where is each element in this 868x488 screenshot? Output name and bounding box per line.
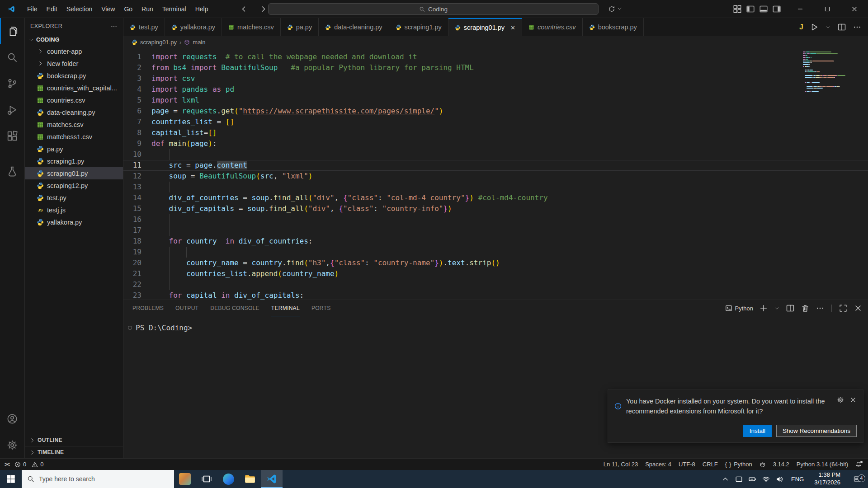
- code-line-10[interactable]: 10: [123, 149, 868, 160]
- close-icon[interactable]: [841, 0, 868, 18]
- status-language-mode[interactable]: { }Python: [725, 461, 752, 468]
- battery-icon[interactable]: [749, 475, 756, 483]
- taskbar-search[interactable]: Type here to search: [22, 470, 174, 488]
- minimap[interactable]: [803, 52, 862, 93]
- menu-terminal[interactable]: Terminal: [158, 3, 191, 15]
- panel-tab-output[interactable]: OUTPUT: [175, 300, 198, 316]
- code-line-20[interactable]: 20 country_name = country.find("h3",{"cl…: [123, 258, 868, 268]
- tree-item-testj-js[interactable]: JStestj.js: [25, 204, 123, 216]
- panel-tab-debug-console[interactable]: DEBUG CONSOLE: [210, 300, 259, 316]
- run-button-icon[interactable]: [810, 23, 819, 32]
- status-remote-indicator[interactable]: ><: [5, 461, 9, 468]
- panel-tab-problems[interactable]: PROBLEMS: [132, 300, 164, 316]
- forward-arrow-icon[interactable]: [259, 5, 269, 13]
- minimize-icon[interactable]: [787, 0, 814, 18]
- chevron-down-icon[interactable]: [774, 305, 780, 311]
- code-line-14[interactable]: 14 div_of_countries = soup.find_all("div…: [123, 192, 868, 203]
- language-indicator[interactable]: ENG: [789, 476, 806, 483]
- tree-item-new-folder[interactable]: New folder: [25, 57, 123, 70]
- explorer-root-folder[interactable]: CODING: [25, 34, 123, 45]
- customize-layout-icon[interactable]: [733, 5, 742, 14]
- clock[interactable]: 1:38 PM 3/17/2026: [811, 471, 843, 487]
- install-button[interactable]: Install: [743, 425, 772, 437]
- maximize-icon[interactable]: [814, 0, 841, 18]
- tray-chevron-up-icon[interactable]: [722, 475, 729, 483]
- code-line-5[interactable]: 5import lxml: [123, 95, 868, 106]
- task-view-button[interactable]: [196, 470, 217, 488]
- back-arrow-icon[interactable]: [239, 5, 249, 13]
- status-python-version[interactable]: 3.14.2: [773, 461, 789, 468]
- menu-selection[interactable]: Selection: [62, 3, 97, 15]
- show-recommendations-button[interactable]: Show Recommendations: [776, 425, 857, 437]
- tab-scraping1-py[interactable]: scraping1.py: [389, 18, 448, 36]
- tree-item-mattchess1-csv[interactable]: mattchess1.csv: [25, 131, 123, 143]
- sync-dropdown[interactable]: [608, 5, 623, 13]
- timeline-section[interactable]: TIMELINE: [25, 446, 123, 458]
- split-editor-icon[interactable]: [837, 23, 846, 32]
- status-python-interpreter[interactable]: Python 3.14 (64-bit): [797, 461, 848, 468]
- toggle-sidebar-icon[interactable]: [746, 5, 755, 14]
- tab-countries-csv[interactable]: countries.csv: [522, 18, 583, 36]
- close-panel-icon[interactable]: [854, 304, 863, 313]
- status-error-count[interactable]: 0: [14, 461, 26, 468]
- activity-accounts[interactable]: [0, 406, 24, 432]
- close-tab-icon[interactable]: ✕: [510, 24, 515, 31]
- start-button[interactable]: [0, 470, 22, 488]
- panel-tab-terminal[interactable]: TERMINAL: [271, 300, 300, 316]
- activity-settings[interactable]: [0, 432, 24, 458]
- tree-item-counter-app[interactable]: counter-app: [25, 45, 123, 57]
- tree-item-scraping12-py[interactable]: scraping12.py: [25, 179, 123, 192]
- activity-source-control[interactable]: [0, 70, 24, 97]
- tree-item-scraping1-py[interactable]: scraping1.py: [25, 155, 123, 167]
- action-center-button[interactable]: 4: [849, 475, 864, 483]
- tree-item-matches-csv[interactable]: matches.csv: [25, 118, 123, 131]
- menu-view[interactable]: View: [97, 3, 119, 15]
- wifi-icon[interactable]: [762, 475, 770, 483]
- menu-edit[interactable]: Edit: [42, 3, 62, 15]
- code-line-7[interactable]: 7countries_list = []: [123, 117, 868, 127]
- code-line-9[interactable]: 9def main(page):: [123, 138, 868, 149]
- status-notifications-bell[interactable]: [855, 461, 862, 468]
- kill-terminal-icon[interactable]: [801, 304, 810, 313]
- code-line-11[interactable]: 11 src = page.content: [123, 160, 868, 171]
- maximize-panel-icon[interactable]: [839, 304, 848, 313]
- code-line-21[interactable]: 21 countries_list.append(country_name): [123, 268, 868, 279]
- code-line-22[interactable]: 22: [123, 279, 868, 290]
- toggle-secondary-sidebar-icon[interactable]: [772, 5, 781, 14]
- tree-item-test-py[interactable]: test.py: [25, 192, 123, 204]
- activity-extensions[interactable]: [0, 123, 24, 149]
- toggle-panel-icon[interactable]: [759, 5, 768, 14]
- breadcrumb-symbol[interactable]: main: [193, 39, 205, 46]
- code-line-6[interactable]: 6page = requests.get("https://www.scrape…: [123, 106, 868, 117]
- code-line-12[interactable]: 12 soup = BeautifulSoup(src, "lxml"): [123, 171, 868, 182]
- code-line-16[interactable]: 16: [123, 214, 868, 225]
- code-line-8[interactable]: 8capital_list=[]: [123, 127, 868, 138]
- menu-help[interactable]: Help: [191, 3, 213, 15]
- tab-data-cleaning-py[interactable]: data-cleaning.py: [319, 18, 389, 36]
- shell-selector[interactable]: Python: [725, 305, 753, 312]
- notification-close-icon[interactable]: [849, 396, 857, 404]
- notification-settings-gear-icon[interactable]: [837, 396, 844, 404]
- tree-item-scraping01-py[interactable]: scraping01.py: [25, 167, 123, 179]
- edge-taskbar-button[interactable]: [217, 470, 239, 488]
- volume-icon[interactable]: [776, 475, 783, 483]
- activity-run-and-debug[interactable]: [0, 97, 24, 123]
- code-line-13[interactable]: 13: [123, 182, 868, 192]
- jupyter-icon[interactable]: J: [799, 23, 803, 31]
- panel-more-icon[interactable]: [816, 304, 825, 313]
- status-warning-count[interactable]: 0: [32, 461, 43, 468]
- breadcrumb[interactable]: scraping01.py › main: [123, 36, 868, 48]
- menu-run[interactable]: Run: [137, 3, 158, 15]
- tree-item-countries-csv[interactable]: countries.csv: [25, 94, 123, 106]
- tablet-mode-icon[interactable]: [735, 475, 743, 483]
- menu-file[interactable]: File: [23, 3, 42, 15]
- outline-section[interactable]: OUTLINE: [25, 434, 123, 446]
- split-terminal-icon[interactable]: [786, 304, 795, 313]
- search-highlights[interactable]: [174, 470, 196, 488]
- status-encoding[interactable]: UTF-8: [679, 461, 695, 468]
- code-line-15[interactable]: 15 div_of_capitals = soup.find_all("div"…: [123, 203, 868, 214]
- tab-yallakora-py[interactable]: yallakora.py: [165, 18, 222, 36]
- code-line-3[interactable]: 3import csv: [123, 73, 868, 84]
- tree-item-countries-with-capital-[interactable]: countries_with_capital...: [25, 82, 123, 94]
- more-actions-icon[interactable]: [853, 23, 862, 32]
